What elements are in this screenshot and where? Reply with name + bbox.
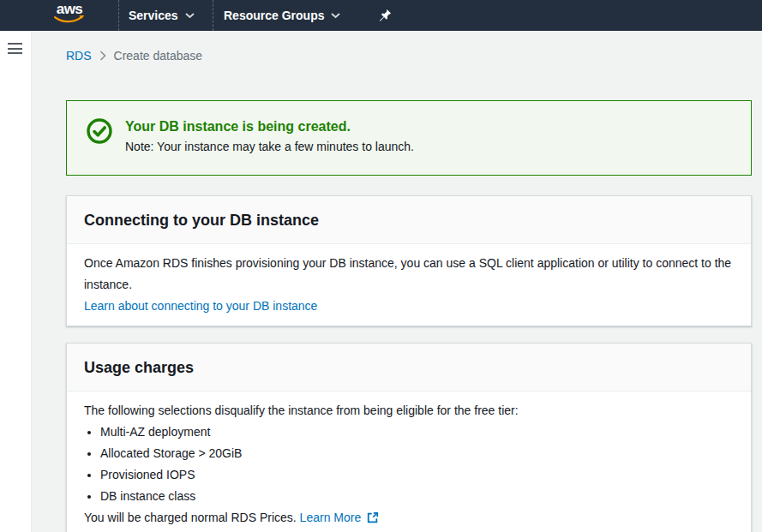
nav-pushpin-button[interactable] (375, 0, 395, 31)
chevron-right-icon (99, 51, 106, 61)
nav-divider (118, 0, 119, 31)
aws-logo[interactable]: aws (50, 3, 89, 28)
aws-smile-icon (52, 15, 87, 25)
usage-card-title: Usage charges (84, 358, 734, 377)
connecting-card-text: Once Amazon RDS finishes provisioning yo… (84, 253, 734, 296)
nav-divider (213, 0, 213, 31)
nav-services-button[interactable]: Services (129, 0, 195, 31)
usage-bullet-item: DB instance class (100, 486, 734, 507)
breadcrumb-rds-link[interactable]: RDS (66, 49, 92, 63)
nav-resource-groups-button[interactable]: Resource Groups (224, 0, 340, 31)
usage-bullet-item: Multi-AZ deployment (100, 421, 734, 443)
main-content: RDS Create database Your DB instance is … (32, 31, 762, 532)
chevron-down-icon (331, 13, 340, 19)
usage-learn-more-link[interactable]: Learn More (300, 511, 362, 524)
connecting-card-title: Connecting to your DB instance (84, 211, 734, 230)
alert-note: Note: Your instance may take a few minut… (125, 138, 414, 156)
connecting-card-body: Once Amazon RDS finishes provisioning yo… (67, 244, 751, 331)
usage-bullet-item: Provisioned IOPS (100, 464, 734, 486)
alert-title: Your DB instance is being created. (125, 117, 414, 135)
external-link-icon[interactable] (367, 509, 379, 530)
connecting-card-header: Connecting to your DB instance (67, 196, 751, 244)
hamburger-menu-button[interactable] (8, 42, 24, 55)
usage-card-body: The following selections disqualify the … (67, 392, 751, 532)
success-alert: Your DB instance is being created. Note:… (66, 100, 752, 176)
usage-bullet-list: Multi-AZ deployment Allocated Storage > … (84, 421, 734, 507)
usage-intro: The following selections disqualify the … (84, 400, 734, 421)
check-circle-icon (86, 117, 113, 145)
breadcrumb-current: Create database (114, 49, 203, 63)
connecting-card: Connecting to your DB instance Once Amaz… (66, 195, 752, 326)
chevron-down-icon (185, 13, 195, 19)
usage-footer-text: You will be charged normal RDS Prices. (84, 511, 297, 524)
usage-charges-card: Usage charges The following selections d… (66, 343, 752, 532)
alert-texts: Your DB instance is being created. Note:… (125, 117, 414, 156)
aws-console-screen: aws Services Resource Groups (0, 0, 762, 532)
usage-card-header: Usage charges (67, 344, 751, 392)
top-nav: aws Services Resource Groups (0, 0, 762, 31)
nav-services-label: Services (129, 9, 178, 22)
connecting-learn-link[interactable]: Learn about connecting to your DB instan… (84, 299, 317, 313)
left-sidebar (0, 31, 32, 532)
hamburger-icon (8, 43, 22, 45)
aws-logo-text: aws (57, 3, 83, 16)
nav-resource-groups-label: Resource Groups (224, 9, 324, 22)
usage-footer: You will be charged normal RDS Prices. L… (84, 507, 734, 530)
pushpin-icon (378, 9, 392, 22)
breadcrumb: RDS Create database (66, 48, 202, 63)
usage-bullet-item: Allocated Storage > 20GiB (100, 443, 734, 464)
